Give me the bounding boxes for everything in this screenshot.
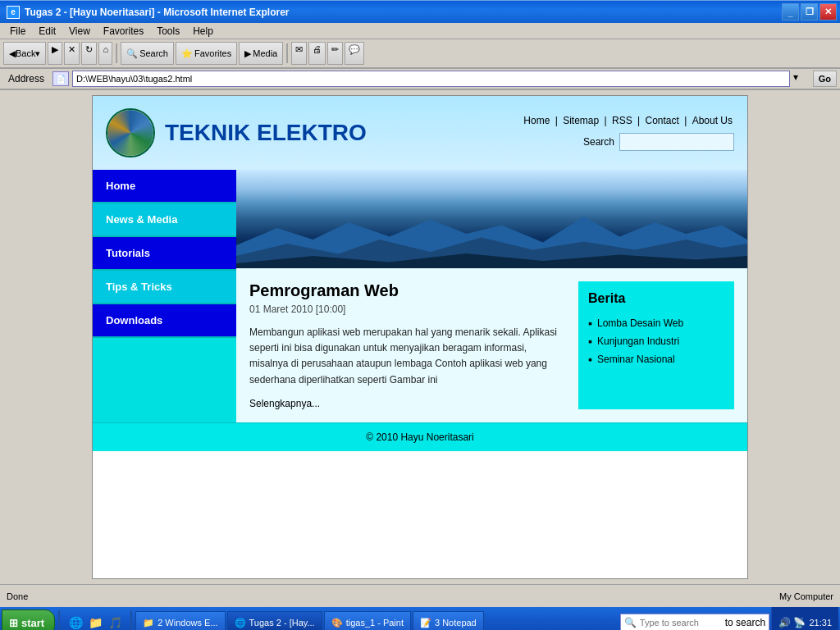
article-body: Membangun aplikasi web merupakan hal yan…	[249, 325, 565, 388]
taskbar-systray: 🔊 📡 21:31	[771, 607, 838, 630]
nav-sitemap-link[interactable]: Sitemap	[563, 115, 599, 126]
menu-edit[interactable]: Edit	[32, 24, 62, 39]
content-area: Pemrograman Web 01 Maret 2010 [10:00] Me…	[236, 268, 747, 422]
menu-file[interactable]: File	[3, 24, 32, 39]
taskbar-search-input[interactable]	[640, 618, 722, 628]
taskbar: ⊞ start 🌐 📁 🎵 📁 2 Windows E... 🌐 Tugas 2…	[0, 607, 840, 630]
berita-list: Lomba Desain Web Kunjungan Industri Semi…	[588, 314, 724, 368]
quick-media-btn[interactable]: 🎵	[106, 614, 124, 630]
back-arrow-icon: ◀	[9, 48, 16, 59]
media-button[interactable]: ▶ Media	[239, 42, 283, 65]
restore-button[interactable]: ❐	[801, 3, 818, 21]
back-dropdown-icon: ▾	[35, 48, 40, 59]
taskbar-paint-btn[interactable]: 🎨 tigas_1 - Paint	[324, 611, 411, 630]
sidebar: Home News & Media Tutorials Tips & Trick…	[93, 170, 236, 422]
hero-image	[236, 170, 747, 268]
berita-box: Berita Lomba Desain Web Kunjungan Indust…	[578, 281, 734, 409]
website: TEKNIK ELEKTRO Home | Sitemap | RSS | Co…	[92, 95, 748, 579]
favorites-button[interactable]: ⭐ Favorites	[176, 42, 237, 65]
search-icon: 🔍	[126, 48, 138, 59]
nav-about-link[interactable]: About Us	[692, 115, 733, 126]
berita-title: Berita	[588, 291, 724, 306]
print-button[interactable]: 🖨	[308, 42, 326, 65]
menu-bar: File Edit View Favorites Tools Help	[0, 23, 840, 39]
site-logo	[106, 108, 155, 158]
read-more-link[interactable]: Selengkapnya...	[249, 398, 565, 409]
sidebar-item-tips[interactable]: Tips & Tricks	[93, 271, 236, 304]
menu-tools[interactable]: Tools	[150, 24, 186, 39]
menu-favorites[interactable]: Favorites	[97, 24, 150, 39]
quick-launch: 🌐 📁 🎵	[63, 614, 127, 630]
start-button[interactable]: ⊞ start	[2, 609, 55, 630]
address-label: Address	[3, 73, 49, 84]
header-nav-links: Home | Sitemap | RSS | Contact | About U…	[522, 115, 734, 126]
taskbar-windows-btn[interactable]: 📁 2 Windows E...	[135, 611, 225, 630]
stop-button[interactable]: ✕	[64, 42, 80, 65]
refresh-button[interactable]: ↻	[81, 42, 97, 65]
edit-button[interactable]: ✏	[327, 42, 343, 65]
messenger-button[interactable]: 💬	[345, 42, 364, 65]
page-icon: 📄	[52, 71, 69, 86]
taskbar-search-icon: 🔍	[624, 617, 637, 628]
minimize-button[interactable]: _	[782, 3, 799, 21]
address-input[interactable]	[72, 71, 790, 87]
site-footer: © 2010 Hayu Noeritasari	[93, 422, 747, 451]
title-bar: e Tugas 2 - [Hayu Noeritasari] - Microso…	[0, 0, 840, 23]
sidebar-item-tutorials[interactable]: Tutorials	[93, 237, 236, 271]
site-title: TEKNIK ELEKTRO	[165, 120, 367, 146]
taskbar-search-label: to search	[725, 617, 765, 628]
address-bar: Address 📄 ▾ Go	[0, 69, 840, 90]
forward-button[interactable]: ▶	[48, 42, 62, 65]
site-body: Home News & Media Tutorials Tips & Trick…	[93, 170, 747, 422]
status-bar: Done My Computer	[0, 584, 840, 607]
ie-icon: e	[7, 6, 20, 19]
berita-item-3[interactable]: Seminar Nasional	[588, 350, 724, 368]
header-right: Home | Sitemap | RSS | Contact | About U…	[522, 115, 734, 151]
close-button[interactable]: ✕	[819, 3, 837, 21]
berita-item-2[interactable]: Kunjungan Industri	[588, 332, 724, 350]
status-right: My Computer	[779, 591, 833, 601]
article-title: Pemrograman Web	[249, 281, 565, 300]
berita-item-1[interactable]: Lomba Desain Web	[588, 314, 724, 332]
taskbar-separator-2	[130, 610, 132, 630]
back-button[interactable]: ◀ Back ▾	[3, 42, 46, 65]
search-button[interactable]: 🔍 Search	[121, 42, 174, 65]
window-controls: _ ❐ ✕	[782, 3, 837, 21]
search-area: Search	[522, 133, 734, 151]
nav-contact-link[interactable]: Contact	[645, 115, 678, 126]
toolbar-separator-2	[286, 43, 288, 63]
menu-view[interactable]: View	[62, 24, 97, 39]
taskbar-separator	[58, 610, 60, 630]
address-dropdown[interactable]: ▾	[793, 71, 810, 86]
home-button[interactable]: ⌂	[98, 42, 112, 65]
windows-logo-icon: ⊞	[9, 617, 18, 629]
logo-area: TEKNIK ELEKTRO	[106, 108, 367, 158]
quick-ie-btn[interactable]: 🌐	[66, 614, 84, 630]
favorites-icon: ⭐	[181, 48, 193, 59]
systray-icons: 🔊 📡	[778, 617, 806, 628]
go-button[interactable]: Go	[813, 71, 837, 87]
nav-home-link[interactable]: Home	[523, 115, 550, 126]
status-text: Done	[7, 591, 28, 601]
menu-help[interactable]: Help	[186, 24, 220, 39]
mail-button[interactable]: ✉	[291, 42, 307, 65]
search-input[interactable]	[619, 133, 734, 151]
clock: 21:31	[809, 618, 832, 628]
sidebar-item-downloads[interactable]: Downloads	[93, 304, 236, 338]
logo-inner	[107, 110, 153, 156]
nav-rss-link[interactable]: RSS	[612, 115, 632, 126]
taskbar-ie-btn[interactable]: 🌐 Tugas 2 - [Hay...	[227, 611, 322, 630]
toolbar: ◀ Back ▾ ▶ ✕ ↻ ⌂ 🔍 Search ⭐ Favorites ▶ …	[0, 39, 840, 69]
window-title: Tugas 2 - [Hayu Noeritasari] - Microsoft…	[25, 7, 290, 18]
media-icon: ▶	[244, 48, 251, 59]
article: Pemrograman Web 01 Maret 2010 [10:00] Me…	[249, 281, 565, 409]
taskbar-notepad-btn[interactable]: 📝 3 Notepad	[413, 611, 484, 630]
footer-text: © 2010 Hayu Noeritasari	[366, 431, 474, 443]
search-label: Search	[583, 136, 614, 148]
article-date: 01 Maret 2010 [10:00]	[249, 304, 565, 315]
quick-explorer-btn[interactable]: 📁	[86, 614, 104, 630]
toolbar-separator-1	[116, 43, 117, 63]
main-content: Pemrograman Web 01 Maret 2010 [10:00] Me…	[236, 170, 747, 422]
sidebar-item-news[interactable]: News & Media	[93, 203, 236, 237]
sidebar-item-home[interactable]: Home	[93, 170, 236, 203]
